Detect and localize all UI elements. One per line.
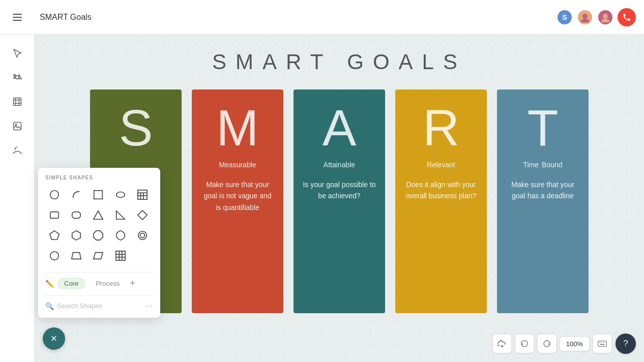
sidebar-shapes-icon[interactable] (7, 67, 27, 87)
card-r-desc: Does it align with your overall business… (395, 179, 487, 202)
shape-rounded-rect[interactable] (45, 206, 64, 224)
svg-marker-35 (94, 253, 103, 259)
card-r-subtitle: Relevant (427, 161, 455, 169)
shape-right-triangle[interactable] (111, 206, 130, 224)
keyboard-button[interactable] (593, 335, 611, 353)
shapes-section-label: SIMPLE SHAPES (45, 175, 153, 180)
shape-trapezoid[interactable] (67, 247, 85, 265)
shape-ellipse[interactable] (111, 186, 130, 204)
card-r: R Relevant Does it align with your overa… (395, 89, 487, 313)
topbar-right: S (557, 8, 636, 26)
card-r-letter: R (423, 100, 459, 156)
avatar-2 (577, 9, 593, 25)
shape-table[interactable] (133, 186, 152, 204)
shape-rounded-rect-2[interactable] (67, 206, 85, 224)
svg-marker-26 (116, 211, 125, 220)
fab-icon: × (51, 332, 57, 345)
shape-grid[interactable] (111, 247, 130, 265)
menu-button[interactable] (8, 8, 26, 26)
document-title[interactable]: SMART Goals (35, 10, 97, 25)
svg-point-32 (140, 233, 144, 237)
card-t-desc: Make sure that your goal has a deadline (497, 179, 589, 202)
shape-arc[interactable] (67, 186, 85, 204)
svg-marker-27 (138, 210, 147, 220)
svg-rect-24 (72, 212, 81, 219)
avatar-3 (597, 9, 613, 25)
svg-point-5 (603, 14, 608, 19)
card-m-subtitle: Measurable (219, 161, 256, 169)
svg-marker-34 (72, 253, 81, 259)
shape-circle-3[interactable] (45, 247, 64, 265)
shape-diamond[interactable] (133, 206, 152, 224)
card-a-desc: Is your goal possible to be achieved? (294, 179, 385, 202)
search-placeholder[interactable]: Search Shapes (57, 302, 102, 310)
sidebar-cursor-icon[interactable] (7, 43, 27, 63)
tab-core[interactable]: Core (57, 278, 85, 289)
svg-point-31 (138, 231, 147, 240)
undo-button[interactable] (515, 335, 534, 353)
left-sidebar (0, 35, 35, 362)
svg-point-33 (50, 252, 59, 260)
svg-rect-42 (598, 341, 607, 347)
svg-rect-13 (13, 123, 21, 130)
svg-rect-8 (13, 98, 21, 106)
shape-hexagon[interactable] (67, 226, 85, 245)
redo-button[interactable] (538, 335, 556, 353)
help-button[interactable]: ? (616, 334, 636, 354)
svg-rect-18 (138, 190, 147, 199)
shape-circle[interactable] (45, 186, 64, 204)
sidebar-frame-icon[interactable] (7, 92, 27, 112)
card-s-letter: S (119, 100, 153, 156)
shape-triangle[interactable] (89, 206, 107, 224)
card-t-letter: T (527, 100, 558, 156)
cloud-save-button[interactable] (493, 335, 511, 353)
avatar-s: S (557, 9, 573, 25)
sidebar-draw-icon[interactable] (7, 140, 27, 161)
card-m-desc: Make sure that your goal is not vague an… (192, 179, 283, 213)
svg-point-17 (116, 192, 125, 198)
svg-point-4 (581, 19, 589, 22)
shapes-grid (45, 186, 153, 265)
svg-marker-29 (72, 231, 81, 240)
shape-parallelogram[interactable] (89, 247, 107, 265)
smart-goals-title: SMART GOALS (212, 50, 466, 74)
panel-search: 🔍 Search Shapes ⋯ (45, 295, 153, 311)
svg-rect-16 (94, 191, 103, 199)
add-tab-button[interactable]: + (130, 278, 135, 289)
svg-rect-2 (13, 20, 22, 21)
svg-rect-1 (13, 17, 22, 18)
svg-point-6 (601, 19, 609, 22)
shape-pentagon[interactable] (45, 226, 64, 245)
bottom-toolbar: 100% ? (493, 334, 636, 354)
more-options-button[interactable]: ⋯ (145, 301, 153, 311)
tab-process[interactable]: Process (89, 278, 127, 289)
shapes-panel: SIMPLE SHAPES (38, 168, 160, 318)
card-a: A Attainable Is your goal possible to be… (294, 89, 385, 313)
topbar: SMART Goals S (0, 0, 644, 35)
search-left: 🔍 Search Shapes (45, 302, 102, 310)
card-t: T Time Bound Make sure that your goal ha… (497, 89, 589, 313)
svg-point-3 (582, 14, 588, 19)
card-a-letter: A (323, 100, 357, 156)
svg-point-14 (15, 124, 16, 126)
svg-rect-0 (13, 14, 22, 15)
help-icon: ? (623, 339, 628, 349)
svg-marker-25 (94, 211, 103, 220)
shape-circle-2[interactable] (133, 226, 152, 245)
card-a-subtitle: Attainable (324, 161, 355, 169)
shape-square[interactable] (89, 186, 107, 204)
sidebar-image-icon[interactable] (7, 116, 27, 136)
shape-octagon[interactable] (89, 226, 107, 245)
card-t-subtitle: Time Bound (523, 161, 562, 169)
call-button[interactable] (618, 8, 636, 26)
zoom-level[interactable]: 100% (560, 337, 589, 351)
svg-marker-30 (94, 231, 103, 240)
shape-rounded-hex[interactable] (111, 226, 130, 245)
fab-close-button[interactable]: × (43, 327, 65, 350)
card-t-bound: Bound (542, 161, 562, 169)
svg-marker-28 (50, 231, 59, 239)
cards-container: S M Measurable Make sure that your goal … (90, 89, 589, 313)
svg-point-15 (50, 191, 59, 199)
search-icon: 🔍 (45, 302, 54, 310)
pencil-icon: ✏️ (45, 280, 54, 288)
